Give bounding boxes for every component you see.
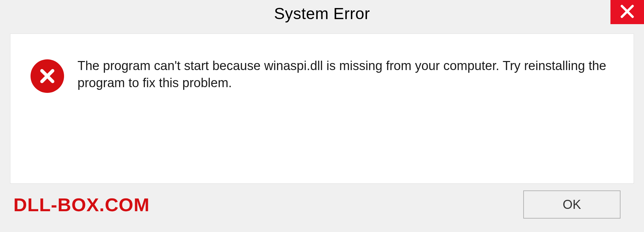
error-icon xyxy=(31,59,64,93)
dialog-content: The program can't start because winaspi.… xyxy=(10,34,634,184)
message-row: The program can't start because winaspi.… xyxy=(31,57,613,93)
titlebar: System Error xyxy=(0,0,644,27)
dialog-footer: DLL-BOX.COM OK xyxy=(10,184,634,225)
close-icon xyxy=(620,4,635,20)
close-button[interactable] xyxy=(610,0,644,24)
error-dialog-window: System Error The program can't start bec… xyxy=(0,0,644,232)
ok-button[interactable]: OK xyxy=(523,190,621,219)
dialog-title: System Error xyxy=(274,4,370,23)
watermark-text: DLL-BOX.COM xyxy=(13,194,150,216)
error-message: The program can't start because winaspi.… xyxy=(77,57,613,92)
